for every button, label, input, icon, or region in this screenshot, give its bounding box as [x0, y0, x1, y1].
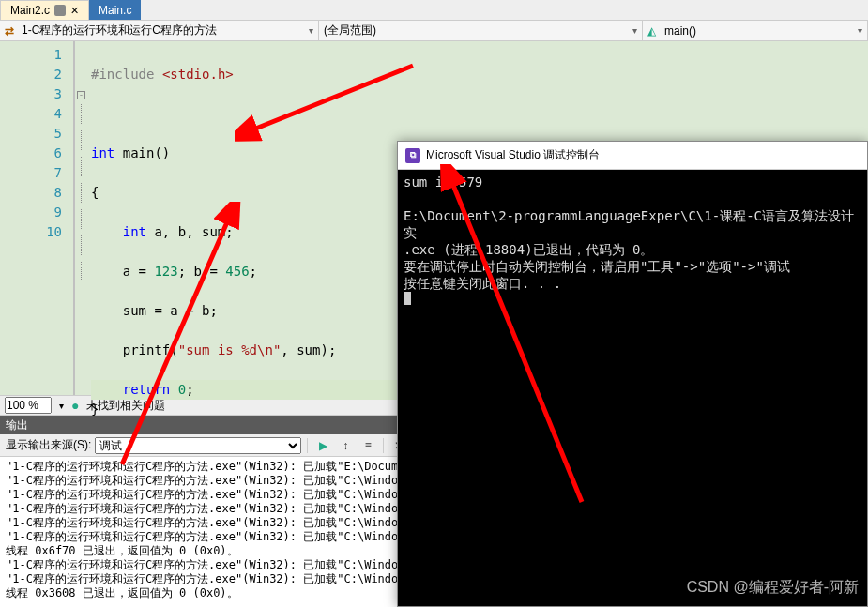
- fold-minus-icon[interactable]: -: [77, 91, 85, 99]
- zoom-input[interactable]: [5, 397, 52, 414]
- chevron-down-icon: ▾: [632, 25, 637, 36]
- watermark: CSDN @编程爱好者-阿新: [687, 578, 859, 598]
- nav-scope-selector[interactable]: (全局范围) ▾: [319, 21, 643, 40]
- tab-main2-c[interactable]: Main2.c ✕: [0, 0, 89, 20]
- pin-icon[interactable]: [54, 5, 66, 16]
- cursor-icon: [404, 292, 411, 305]
- check-icon: ●: [71, 398, 79, 413]
- method-icon: ◭: [647, 24, 661, 38]
- tab-label: Main2.c: [10, 4, 50, 17]
- tab-main-c[interactable]: Main.c: [89, 0, 141, 20]
- nav-project-selector[interactable]: ⇄ 1-C程序的运行环境和运行C程序的方法 ▾: [0, 21, 319, 40]
- nav-function-selector[interactable]: ◭ main() ▾: [643, 21, 868, 40]
- console-title-text: Microsoft Visual Studio 调试控制台: [426, 147, 600, 163]
- fold-column[interactable]: -: [75, 41, 89, 395]
- swap-icon: ⇄: [5, 24, 18, 38]
- console-output[interactable]: sum is 579 E:\Document\2-programmLanguag…: [398, 170, 867, 312]
- chevron-down-icon: ▾: [309, 25, 313, 36]
- output-source-label: 显示输出来源(S):: [6, 437, 91, 453]
- vs-icon: ⧉: [405, 148, 420, 163]
- editor-tabs: Main2.c ✕ Main.c: [0, 0, 868, 21]
- chevron-down-icon[interactable]: ▾: [59, 401, 64, 411]
- debug-console-window[interactable]: ⧉ Microsoft Visual Studio 调试控制台 sum is 5…: [397, 141, 868, 607]
- tab-label: Main.c: [99, 4, 131, 17]
- nav-bar: ⇄ 1-C程序的运行环境和运行C程序的方法 ▾ (全局范围) ▾ ◭ main(…: [0, 21, 868, 41]
- line-numbers: 12345678910: [0, 41, 73, 395]
- close-icon[interactable]: ✕: [70, 5, 79, 17]
- console-titlebar[interactable]: ⧉ Microsoft Visual Studio 调试控制台: [398, 142, 867, 170]
- nav-project-label: 1-C程序的运行环境和运行C程序的方法: [22, 23, 217, 38]
- chevron-down-icon: ▾: [858, 25, 862, 36]
- nav-scope-label: (全局范围): [324, 23, 376, 38]
- output-title: 输出: [6, 417, 28, 433]
- nav-function-label: main(): [664, 24, 696, 38]
